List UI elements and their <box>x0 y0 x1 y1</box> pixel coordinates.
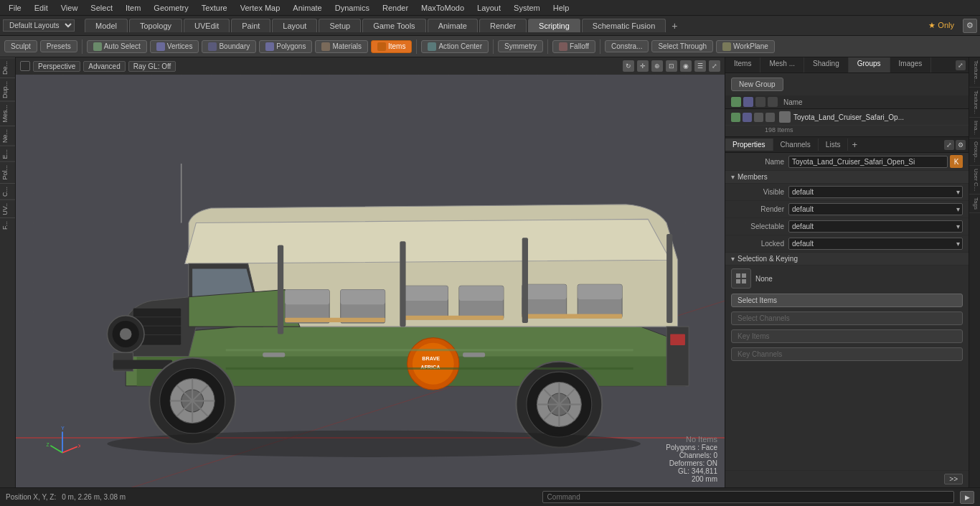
constraints-button[interactable]: Constra... <box>605 40 649 52</box>
menu-system[interactable]: System <box>508 2 546 14</box>
locked-select[interactable]: default <box>788 238 963 250</box>
menu-animate[interactable]: Animate <box>287 2 327 14</box>
fullscreen-icon[interactable]: ⤢ <box>709 60 720 72</box>
selectable-select[interactable]: default <box>788 220 963 233</box>
symmetry-button[interactable]: Symmetry <box>498 40 543 52</box>
selection-keying-section[interactable]: ▾ Selection & Keying <box>725 253 969 266</box>
name-key-icon[interactable]: K <box>950 155 963 168</box>
group-eye-icon[interactable] <box>731 113 740 122</box>
only-label[interactable]: ★ Only <box>924 21 958 30</box>
select-through-button[interactable]: Select Through <box>651 40 713 52</box>
menu-select[interactable]: Select <box>85 2 118 14</box>
tab-gametools[interactable]: Game Tools <box>362 19 426 32</box>
left-label-mes[interactable]: Mes... <box>0 101 15 126</box>
tab-layout[interactable]: Layout <box>272 19 317 32</box>
left-label-pol[interactable]: Pol... <box>0 161 15 183</box>
vertices-button[interactable]: Vertices <box>150 40 199 53</box>
rl-texture2[interactable]: Texture... <box>969 88 980 118</box>
eye-header-icon[interactable] <box>731 97 741 107</box>
camera-icon[interactable]: ◉ <box>680 60 692 72</box>
left-label-e[interactable]: E... <box>0 146 15 162</box>
menu-vertex-map[interactable]: Vertex Map <box>235 2 286 14</box>
zoom-icon[interactable]: ⊕ <box>651 60 663 72</box>
group-item[interactable]: Toyota_Land_Cruiser_Safari_Op... <box>725 109 969 126</box>
rl-texture1[interactable]: Texture... <box>969 57 980 88</box>
command-run-button[interactable]: ▶ <box>960 491 974 504</box>
rl-ima[interactable]: Ima... <box>969 118 980 139</box>
props-tab-channels[interactable]: Channels <box>773 139 819 151</box>
menu-file[interactable]: File <box>3 2 27 14</box>
expand-button[interactable]: >> <box>944 474 963 484</box>
viewport-toggle[interactable] <box>20 61 30 71</box>
props-tab-add[interactable]: + <box>848 139 861 151</box>
sculpt-button[interactable]: Sculpt <box>4 40 37 52</box>
tab-add-button[interactable]: + <box>667 19 682 33</box>
advanced-button[interactable]: Advanced <box>83 61 125 72</box>
key-items-button[interactable]: Key Items <box>731 329 963 343</box>
menu-item[interactable]: Item <box>120 2 146 14</box>
tab-paint[interactable]: Paint <box>231 19 270 32</box>
cam-header-icon[interactable] <box>743 97 753 107</box>
presets-button[interactable]: Presets <box>40 40 77 52</box>
rp-tab-shading[interactable]: Shading <box>804 57 849 72</box>
polygons-button[interactable]: Polygons <box>259 40 312 53</box>
tab-schematic[interactable]: Schematic Fusion <box>582 19 666 32</box>
rp-tab-mesh[interactable]: Mesh ... <box>760 57 804 72</box>
menu-edit[interactable]: Edit <box>29 2 54 14</box>
name-input[interactable] <box>788 156 948 168</box>
tab-setup[interactable]: Setup <box>319 19 361 32</box>
left-label-uv[interactable]: UV.. <box>0 200 15 218</box>
left-label-de[interactable]: De... <box>0 57 15 78</box>
pan-icon[interactable]: ✛ <box>637 60 649 72</box>
workplane-button[interactable]: WorkPlane <box>716 40 775 53</box>
left-label-f[interactable]: F... <box>0 217 15 233</box>
layout-select[interactable]: Default Layouts <box>3 19 75 32</box>
rl-group[interactable]: Group... <box>969 139 980 166</box>
rp-tab-items[interactable]: Items <box>725 57 760 72</box>
sq2-header-icon[interactable] <box>768 97 778 107</box>
tab-topology[interactable]: Topology <box>129 19 182 32</box>
menu-maxtomodo[interactable]: MaxToModo <box>415 2 470 14</box>
falloff-button[interactable]: Falloff <box>552 40 595 53</box>
tab-model[interactable]: Model <box>85 19 128 32</box>
menu-texture[interactable]: Texture <box>196 2 233 14</box>
props-settings-icon[interactable]: ⚙ <box>956 140 966 150</box>
perspective-button[interactable]: Perspective <box>33 61 80 72</box>
tab-uvedit[interactable]: UVEdit <box>184 19 230 32</box>
viewport-settings-icon[interactable]: ☰ <box>694 60 706 72</box>
rl-userc[interactable]: User C... <box>969 166 980 195</box>
key-channels-button[interactable]: Key Channels <box>731 347 963 361</box>
props-tab-lists[interactable]: Lists <box>819 139 849 151</box>
rl-tags[interactable]: Tags <box>969 195 980 213</box>
left-label-ne[interactable]: Ne... <box>0 126 15 146</box>
materials-button[interactable]: Materials <box>315 40 368 53</box>
rp-expand-icon[interactable]: ⤢ <box>956 60 966 70</box>
sq-header-icon[interactable] <box>755 97 765 107</box>
auto-select-button[interactable]: Auto Select <box>87 40 147 53</box>
menu-help[interactable]: Help <box>547 2 575 14</box>
visible-select[interactable]: default <box>788 186 963 198</box>
items-button[interactable]: Items <box>371 40 412 53</box>
props-tab-properties[interactable]: Properties <box>725 139 773 151</box>
action-center-button[interactable]: Action Center <box>421 40 489 53</box>
boundary-button[interactable]: Boundary <box>202 40 256 53</box>
rp-tab-groups[interactable]: Groups <box>849 57 890 72</box>
tab-animate[interactable]: Animate <box>428 19 478 32</box>
menu-render[interactable]: Render <box>377 2 414 14</box>
settings-icon[interactable]: ⚙ <box>963 19 977 33</box>
group-cam-icon[interactable] <box>743 113 752 122</box>
menu-layout[interactable]: Layout <box>471 2 507 14</box>
fit-icon[interactable]: ⊡ <box>666 60 677 72</box>
menu-geometry[interactable]: Geometry <box>148 2 194 14</box>
select-items-button[interactable]: Select Items <box>731 294 963 307</box>
left-label-dup[interactable]: Dup... <box>0 78 15 101</box>
tab-render[interactable]: Render <box>479 19 527 32</box>
ray-gl-button[interactable]: Ray GL: Off <box>128 61 176 72</box>
viewport[interactable]: BRAVE AFRICA <box>16 57 725 487</box>
grid-icon[interactable] <box>731 268 751 289</box>
rp-tab-images[interactable]: Images <box>890 57 932 72</box>
render-select[interactable]: default <box>788 203 963 215</box>
group-sq-icon[interactable] <box>754 113 763 122</box>
props-expand-icon[interactable]: ⤢ <box>944 140 954 150</box>
left-label-c[interactable]: C... <box>0 183 15 200</box>
